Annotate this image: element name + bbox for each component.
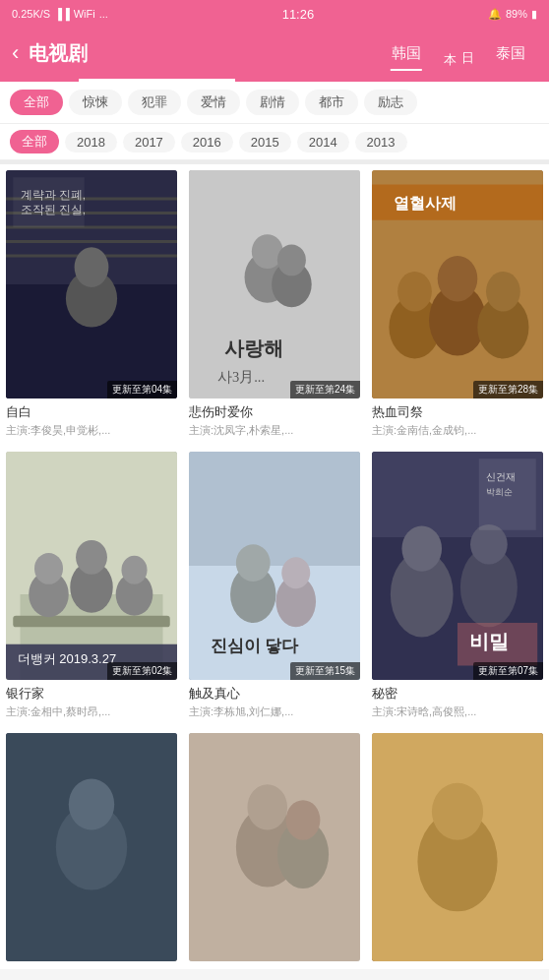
list-item[interactable]: 사랑해 사3月... 更新至第24集 悲伤时爱你 主演:沈凤字,朴索星,... <box>183 164 366 446</box>
show-cast: 主演:金相中,蔡时昂,... <box>6 704 177 719</box>
list-item[interactable] <box>183 727 366 969</box>
genre-chip-action[interactable]: 励志 <box>364 90 417 115</box>
poster-wrap <box>189 733 360 961</box>
list-item[interactable]: 신건재 박희순 비밀 更新至第07集 秘密 主演:宋诗晗,高俊熙,... <box>366 446 549 727</box>
year-chip-2018[interactable]: 2018 <box>65 132 117 153</box>
show-title: 自白 <box>6 403 177 421</box>
svg-point-32 <box>34 553 63 584</box>
poster-image-5: 진심이 닿다 <box>189 452 360 680</box>
region-tabs: 韩国 日本 泰国 <box>380 38 537 69</box>
svg-point-42 <box>236 544 271 582</box>
svg-text:사3月...: 사3月... <box>217 369 265 385</box>
poster-wrap: 신건재 박희순 비밀 更新至第07集 <box>372 452 543 680</box>
poster-image-9 <box>372 733 543 961</box>
svg-point-51 <box>470 524 508 565</box>
poster-image-2: 사랑해 사3月... <box>189 170 360 398</box>
svg-point-64 <box>286 800 321 840</box>
svg-text:신건재: 신건재 <box>486 471 516 482</box>
back-button[interactable]: ‹ <box>12 40 19 66</box>
tab-korea[interactable]: 韩国 <box>380 38 433 69</box>
svg-point-59 <box>69 778 114 829</box>
year-chip-2014[interactable]: 2014 <box>297 132 349 153</box>
svg-point-62 <box>247 784 287 829</box>
status-bar: 0.25K/S ▐▐ WiFi ... 11:26 🔔 89% ▮ <box>0 0 549 28</box>
more-icon: ... <box>99 8 108 20</box>
list-item[interactable]: 더뱅커 2019.3.27 更新至第02集 银行家 主演:金相中,蔡时昂,... <box>0 446 183 727</box>
poster-image-6: 신건재 박희순 비밀 <box>372 452 543 680</box>
svg-text:열혈사제: 열혈사제 <box>394 195 457 212</box>
svg-point-67 <box>432 783 483 840</box>
list-item[interactable]: 열혈사제 更新至第28集 热血司祭 主演:金南佶,金成钧,... <box>366 164 549 446</box>
genre-chip-urban[interactable]: 都市 <box>305 90 358 115</box>
signal-text: 0.25K/S <box>12 8 50 20</box>
year-chip-2015[interactable]: 2015 <box>239 132 291 153</box>
status-time: 11:26 <box>282 7 315 22</box>
signal-icon: ▐▐ <box>54 8 70 20</box>
svg-point-34 <box>76 540 107 575</box>
show-title: 热血司祭 <box>372 403 543 421</box>
genre-chip-romance[interactable]: 爱情 <box>187 90 240 115</box>
svg-text:진심이 닿다: 진심이 닿다 <box>211 636 299 655</box>
wifi-icon: WiFi <box>74 8 95 20</box>
header: ‹ 电视剧 韩国 日本 泰国 <box>0 28 549 79</box>
svg-point-25 <box>486 272 520 312</box>
show-cast: 主演:李俊昊,申觉彬,... <box>6 423 177 438</box>
year-chip-2017[interactable]: 2017 <box>123 132 175 153</box>
battery-icon: ▮ <box>531 8 537 21</box>
episode-badge: 更新至第15集 <box>290 662 360 680</box>
show-cast: 主演:金南佶,金成钧,... <box>372 423 543 438</box>
genre-chip-drama[interactable]: 剧情 <box>246 90 299 115</box>
poster-image-4: 더뱅커 2019.3.27 <box>6 452 177 680</box>
tab-japan[interactable]: 日本 <box>433 38 484 69</box>
poster-image-1: 계략과 진폐, 조작된 진실, <box>6 170 177 398</box>
poster-image-7 <box>6 733 177 961</box>
svg-text:조작된 진실,: 조작된 진실, <box>21 203 86 215</box>
show-title: 银行家 <box>6 685 177 703</box>
genre-filter-row: 全部 惊悚 犯罪 爱情 剧情 都市 励志 <box>0 82 549 124</box>
poster-wrap: 더뱅커 2019.3.27 更新至第02集 <box>6 452 177 680</box>
svg-point-23 <box>438 256 478 301</box>
episode-badge: 更新至第04集 <box>107 381 177 398</box>
poster-wrap: 열혈사제 更新至第28集 <box>372 170 543 398</box>
year-chip-2013[interactable]: 2013 <box>355 132 407 153</box>
notification-icon: 🔔 <box>488 8 502 21</box>
status-left: 0.25K/S ▐▐ WiFi ... <box>12 8 108 20</box>
episode-badge: 更新至第02集 <box>107 662 177 680</box>
year-chip-all[interactable]: 全部 <box>10 130 59 153</box>
poster-wrap: 진심이 닿다 更新至第15集 <box>189 452 360 680</box>
svg-point-36 <box>121 556 147 584</box>
poster-wrap: 계략과 진폐, 조작된 진실, 更新至第04集 <box>6 170 177 398</box>
svg-text:더뱅커 2019.3.27: 더뱅커 2019.3.27 <box>18 651 117 666</box>
svg-text:계략과 진폐,: 계략과 진폐, <box>21 188 86 201</box>
tab-thailand[interactable]: 泰国 <box>484 38 537 69</box>
list-item[interactable] <box>0 727 183 969</box>
show-title: 悲伤时爱你 <box>189 403 360 421</box>
poster-wrap <box>372 733 543 961</box>
list-item[interactable] <box>366 727 549 969</box>
list-item[interactable]: 진심이 닿다 更新至第15集 触及真心 主演:李栋旭,刘仁娜,... <box>183 446 366 727</box>
show-cast: 主演:沈凤字,朴索星,... <box>189 423 360 438</box>
svg-text:사랑해: 사랑해 <box>224 338 283 360</box>
svg-text:박희순: 박희순 <box>486 487 513 497</box>
poster-image-8 <box>189 733 360 961</box>
svg-rect-30 <box>13 616 170 628</box>
genre-chip-thriller[interactable]: 惊悚 <box>69 90 122 115</box>
genre-chip-crime[interactable]: 犯罪 <box>128 90 181 115</box>
episode-badge: 更新至第28集 <box>473 381 543 398</box>
poster-wrap <box>6 733 177 961</box>
show-grid: 계략과 진폐, 조작된 진실, 更新至第04集 自白 主演:李俊昊,申觉彬,..… <box>0 164 549 969</box>
page-title: 电视剧 <box>29 40 380 67</box>
svg-point-49 <box>401 525 442 571</box>
svg-point-16 <box>277 244 306 276</box>
poster-wrap: 사랑해 사3月... 更新至第24集 <box>189 170 360 398</box>
show-cast: 主演:李栋旭,刘仁娜,... <box>189 704 360 719</box>
year-filter-row: 全部 2018 2017 2016 2015 2014 2013 <box>0 124 549 160</box>
show-cast: 主演:宋诗晗,高俊熙,... <box>372 704 543 719</box>
year-chip-2016[interactable]: 2016 <box>181 132 233 153</box>
genre-chip-all[interactable]: 全部 <box>10 90 63 115</box>
battery-text: 89% <box>506 8 527 20</box>
list-item[interactable]: 계략과 진폐, 조작된 진실, 更新至第04集 自白 主演:李俊昊,申觉彬,..… <box>0 164 183 446</box>
episode-badge: 更新至第24集 <box>290 381 360 398</box>
svg-point-8 <box>75 247 109 287</box>
svg-point-21 <box>397 272 432 312</box>
